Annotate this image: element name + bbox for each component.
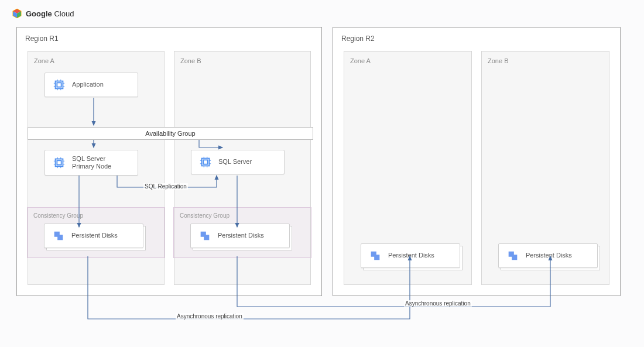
header-title: Google Cloud (26, 9, 74, 18)
zone-r1-a: Zone A Application SQL Server Primary No… (28, 51, 165, 285)
application-label: Application (72, 81, 104, 88)
disks-r2b-card: Persistent Disks (498, 243, 598, 268)
sql-secondary-label: SQL Server (218, 158, 252, 166)
compute-engine-icon (52, 78, 66, 92)
async-replication-label-bottom: Asynchronous replication (176, 313, 244, 319)
disks-r1a-label: Persistent Disks (71, 232, 118, 239)
persistent-disk-icon (198, 229, 212, 243)
sql-replication-label: SQL Replication (143, 183, 188, 190)
persistent-disk-icon (506, 249, 520, 263)
zone-r2-b: Zone B Persistent Disks (481, 51, 609, 285)
sql-primary-card: SQL Server Primary Node (44, 150, 138, 176)
compute-engine-icon (52, 156, 66, 170)
svg-rect-5 (57, 83, 61, 87)
sql-primary-label: SQL Server Primary Node (72, 155, 111, 170)
region-r1-title: Region R1 (25, 35, 313, 43)
svg-rect-15 (57, 161, 61, 165)
consistency-group-r1b: Consistency Group Persistent Disks (173, 207, 311, 258)
zone-r2-a: Zone A Persistent Disks (344, 51, 472, 285)
disks-r2b-label: Persistent Disks (526, 252, 572, 259)
consistency-group-r1b-title: Consistency Group (180, 212, 305, 219)
persistent-disk-icon (52, 229, 66, 243)
svg-rect-25 (203, 160, 207, 164)
header: Google Cloud (0, 0, 644, 27)
async-replication-label-top: Asynchronous replication (404, 300, 472, 307)
consistency-group-r1a: Consistency Group Persistent Disks (27, 207, 165, 258)
region-r2: Region R2 Zone A Persistent Disks Zone B (333, 27, 621, 296)
disks-r1a-card: Persistent Disks (44, 224, 143, 248)
zone-r1-b: Zone B SQL Server Consistency Group (174, 51, 311, 285)
application-card: Application (44, 73, 138, 97)
sql-secondary-card: SQL Server (191, 150, 285, 174)
consistency-group-r1a-title: Consistency Group (33, 212, 159, 219)
disks-r1b-label: Persistent Disks (218, 232, 264, 239)
region-r1: Region R1 Zone A Application SQL Server … (16, 27, 322, 296)
diagram-body: Region R1 Zone A Application SQL Server … (0, 27, 644, 296)
disks-r2a-label: Persistent Disks (388, 252, 434, 259)
zone-r2-a-title: Zone A (350, 57, 465, 64)
gcloud-hex-icon (12, 8, 22, 19)
disks-r1b-card: Persistent Disks (190, 224, 290, 248)
compute-engine-icon (198, 155, 213, 169)
persistent-disk-icon (368, 249, 382, 263)
disks-r2a-card: Persistent Disks (361, 243, 460, 268)
availability-group: Availability Group (28, 127, 313, 140)
zone-r2-b-title: Zone B (488, 57, 603, 64)
zone-r1-b-title: Zone B (180, 57, 304, 64)
region-r2-title: Region R2 (341, 35, 612, 43)
zone-r1-a-title: Zone A (34, 57, 158, 64)
